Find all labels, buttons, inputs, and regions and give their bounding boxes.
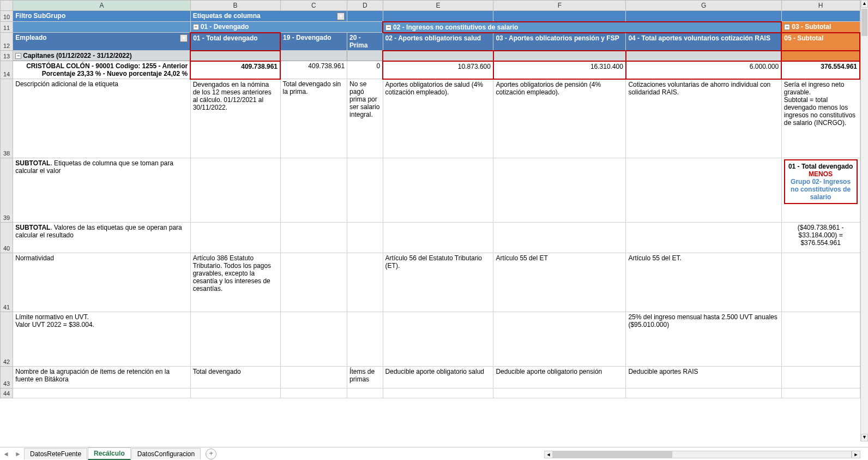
cell-F38[interactable]: Aportes obligatorios de pensión (4% coti… <box>493 79 626 158</box>
cell-G40[interactable] <box>626 223 781 253</box>
scroll-thumb[interactable] <box>553 451 672 458</box>
cell-E40[interactable] <box>383 223 493 253</box>
cell-F13[interactable] <box>493 51 626 61</box>
cell-G38[interactable]: Cotizaciones voluntarias de ahorro indiv… <box>626 79 781 158</box>
cell-C14[interactable]: 409.738.961 <box>280 61 347 79</box>
row-header-41[interactable]: 41 <box>1 253 13 312</box>
cell-A40[interactable]: SUBTOTAL. Valores de las etiquetas que s… <box>13 223 190 253</box>
col-header-B[interactable]: B <box>190 1 280 11</box>
cell-C38[interactable]: Total devengado sin la prima. <box>280 79 347 158</box>
horizontal-scrollbar[interactable]: ◄ ► <box>544 449 860 460</box>
cell-D39[interactable] <box>347 158 383 223</box>
cell-D44[interactable] <box>347 389 383 398</box>
cell-B14[interactable]: 409.738.961 <box>190 61 280 79</box>
cell-B43[interactable]: Total devengado <box>190 367 280 389</box>
cell-H38[interactable]: Sería el ingreso neto gravable. Subtotal… <box>781 79 860 158</box>
cell-D10[interactable] <box>347 11 383 22</box>
cell-H11-group[interactable]: −03 - Subtotal <box>781 22 860 33</box>
col-header-F[interactable]: F <box>493 1 626 11</box>
cell-G42[interactable]: 25% del ingreso mensual hasta 2.500 UVT … <box>626 312 781 367</box>
cell-A38[interactable]: Descripción adicional de la etiqueta <box>13 79 190 158</box>
cell-F42[interactable] <box>493 312 626 367</box>
cell-E41[interactable]: Artículo 56 del Estatuto Tributario (ET)… <box>383 253 493 312</box>
cell-D43[interactable]: Ítems de primas <box>347 367 383 389</box>
tab-nav-prev-icon[interactable]: ◄ <box>0 450 12 458</box>
cell-F39[interactable] <box>493 158 626 223</box>
col-header-E[interactable]: E <box>383 1 493 11</box>
tab-recalculo[interactable]: Recálculo <box>88 447 131 460</box>
dropdown-icon[interactable]: ▾ <box>337 13 345 20</box>
cell-B11-group[interactable]: −01 - Devengado <box>190 22 383 33</box>
tab-datos-configuracion[interactable]: DatosConfiguracion <box>131 448 201 459</box>
collapse-icon[interactable]: − <box>15 53 21 59</box>
cell-D38[interactable]: No se pagó prima por ser salario integra… <box>347 79 383 158</box>
cell-E43[interactable]: Deducible aporte obligatorio salud <box>383 367 493 389</box>
dropdown-icon[interactable]: ▾ <box>180 34 188 42</box>
cell-A12[interactable]: Empleado▾ <box>13 33 190 51</box>
cell-G13[interactable] <box>626 51 781 61</box>
cell-B38[interactable]: Devengados en la nómina de los 12 meses … <box>190 79 280 158</box>
scroll-up-icon[interactable]: ▲ <box>861 0 868 8</box>
cell-G10[interactable] <box>626 11 781 22</box>
cell-F40[interactable] <box>493 223 626 253</box>
cell-F44[interactable] <box>493 389 626 398</box>
cell-A43[interactable]: Nombre de la agrupación de ítems de rete… <box>13 367 190 389</box>
cell-E42[interactable] <box>383 312 493 367</box>
cell-D41[interactable] <box>347 253 383 312</box>
col-header-D[interactable]: D <box>347 1 383 11</box>
cell-B44[interactable] <box>190 389 280 398</box>
cell-B40[interactable] <box>190 223 280 253</box>
cell-H40[interactable]: ($409.738.961 - $33.184.000) = $376.554.… <box>781 223 860 253</box>
collapse-icon[interactable]: − <box>385 25 391 31</box>
scroll-left-icon[interactable]: ◄ <box>544 451 553 458</box>
col-header-G[interactable]: G <box>626 1 781 11</box>
scroll-track[interactable] <box>553 451 852 458</box>
cell-C44[interactable] <box>280 389 347 398</box>
cell-A11[interactable] <box>13 22 190 33</box>
cell-H13[interactable] <box>781 51 860 61</box>
cell-A10[interactable]: Filtro SubGrupo <box>13 11 190 22</box>
collapse-icon[interactable]: − <box>784 24 790 30</box>
cell-G43[interactable]: Deducible aportes RAIS <box>626 367 781 389</box>
cell-B10[interactable]: Etiquetas de columna▾ <box>190 11 347 22</box>
tab-nav-next-icon[interactable]: ► <box>12 450 24 458</box>
cell-D14[interactable]: 0 <box>347 61 383 79</box>
cell-E39[interactable] <box>383 158 493 223</box>
cell-F41[interactable]: Artículo 55 del ET <box>493 253 626 312</box>
collapse-icon[interactable]: − <box>193 24 199 30</box>
cell-C40[interactable] <box>280 223 347 253</box>
row-header-10[interactable]: 10 <box>1 11 13 22</box>
col-header-A[interactable]: A <box>13 1 190 11</box>
cell-D40[interactable] <box>347 223 383 253</box>
vertical-scrollbar[interactable]: ▲ ▼ <box>860 0 868 441</box>
cell-H10[interactable] <box>781 11 860 22</box>
cell-B13[interactable] <box>190 51 280 61</box>
col-header-C[interactable]: C <box>280 1 347 11</box>
row-header-13[interactable]: 13 <box>1 51 13 61</box>
cell-H42[interactable] <box>781 312 860 367</box>
cell-C41[interactable] <box>280 253 347 312</box>
row-header-39[interactable]: 39 <box>1 158 13 223</box>
cell-B39[interactable] <box>190 158 280 223</box>
cell-E14[interactable]: 10.873.600 <box>383 61 493 79</box>
cell-A13[interactable]: −Capitanes (01/12/2022 - 31/12/2022) <box>13 51 190 61</box>
cell-D12[interactable]: 20 - Prima <box>347 33 383 51</box>
select-all-cell[interactable] <box>1 1 13 11</box>
cell-F10[interactable] <box>493 11 626 22</box>
col-header-H[interactable]: H <box>781 1 860 11</box>
cell-C12[interactable]: 19 - Devengado <box>280 33 347 51</box>
cell-G12[interactable]: 04 - Total aportes voluntarios cotizació… <box>626 33 781 51</box>
cell-C39[interactable] <box>280 158 347 223</box>
row-header-11[interactable]: 11 <box>1 22 13 33</box>
cell-H12[interactable]: 05 - Subtotal <box>781 33 860 51</box>
cell-A39[interactable]: SUBTOTAL. Etiquetas de columna que se to… <box>13 158 190 223</box>
scroll-down-icon[interactable]: ▼ <box>861 434 868 441</box>
tab-datos-retefuente[interactable]: DatosReteFuente <box>24 448 87 459</box>
cell-G44[interactable] <box>626 389 781 398</box>
add-sheet-button[interactable]: + <box>206 449 216 459</box>
cell-D42[interactable] <box>347 312 383 367</box>
cell-H14[interactable]: 376.554.961 <box>781 61 860 79</box>
row-header-43[interactable]: 43 <box>1 367 13 389</box>
cell-F12[interactable]: 03 - Aportes oblicatorios pensión y FSP <box>493 33 626 51</box>
cell-A42[interactable]: Límite normativo en UVT. Valor UVT 2022 … <box>13 312 190 367</box>
